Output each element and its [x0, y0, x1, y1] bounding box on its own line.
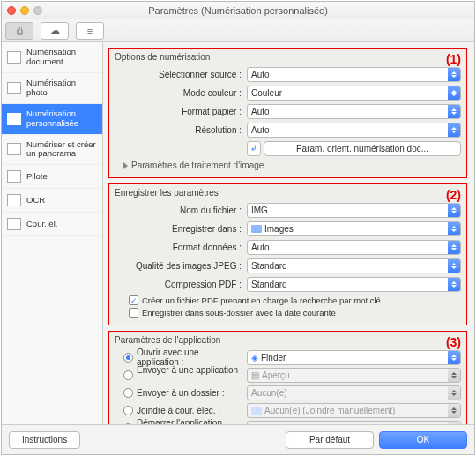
sidebar-item-document[interactable]: Numérisation document	[2, 42, 102, 73]
chevron-updown-icon	[448, 105, 460, 118]
footer: Instructions Par défaut OK	[2, 424, 474, 454]
panorama-icon	[7, 143, 21, 155]
jpeg-select[interactable]: Standard	[247, 258, 461, 273]
radio-email[interactable]	[123, 406, 133, 415]
format-label: Format données :	[115, 243, 247, 252]
resolution-label: Résolution :	[115, 125, 247, 135]
chevron-updown-icon	[448, 241, 460, 254]
orientation-button[interactable]: Param. orient. numérisation doc...	[264, 141, 461, 156]
sidebar-item-label: Numériser et créer un panorama	[26, 140, 97, 160]
chevron-updown-icon	[448, 204, 460, 217]
group-title: Options de numérisation	[115, 52, 461, 62]
group-number: (2)	[446, 188, 461, 202]
pdf-searchable-checkbox-row[interactable]: ✓Créer un fichier PDF prenant en charge …	[129, 295, 461, 305]
email-icon	[7, 218, 21, 230]
photo-icon	[7, 82, 21, 94]
open-app-select[interactable]: ◈Finder	[247, 350, 461, 365]
orientation-icon-button[interactable]: ↲	[247, 141, 261, 156]
toolbar-tab-upload[interactable]: ☁	[41, 22, 69, 40]
radio-open-app[interactable]	[123, 353, 133, 363]
custom-icon	[7, 113, 21, 125]
checkbox-icon	[129, 308, 138, 318]
chevron-updown-icon	[448, 86, 460, 100]
chevron-updown-icon	[448, 259, 460, 273]
chevron-updown-icon	[448, 386, 460, 400]
ok-button[interactable]: OK	[379, 431, 467, 449]
chevron-updown-icon	[448, 68, 460, 81]
sidebar-item-photo[interactable]: Numérisation photo	[2, 73, 102, 104]
sidebar-item-label: Numérisation document	[26, 48, 97, 67]
chevron-updown-icon	[448, 351, 460, 364]
document-icon	[7, 51, 21, 64]
email-select: Aucun(e) (Joindre manuellement)	[247, 403, 461, 418]
savein-select[interactable]: Images	[247, 221, 461, 236]
ocr-icon	[7, 194, 21, 206]
group-title: Enregistrer les paramètres	[115, 188, 461, 198]
send-app-select: ▤Aperçu	[247, 368, 461, 383]
text-icon: ▭	[251, 423, 259, 425]
filename-combo[interactable]: IMG	[247, 203, 461, 218]
toolbar-tab-scan[interactable]: ⎙	[5, 22, 33, 40]
send-folder-select: Aucun(e)	[247, 385, 461, 400]
resolution-select[interactable]: Auto	[247, 123, 461, 138]
chevron-updown-icon	[448, 422, 460, 425]
pdf-label: Compression PDF :	[115, 280, 247, 289]
chevron-updown-icon	[448, 123, 460, 137]
app-settings-group: Paramètres de l'application (3) Ouvrir a…	[108, 331, 467, 424]
toolbar-tab-settings[interactable]: ≡	[76, 22, 104, 40]
radio-send-app[interactable]	[123, 370, 133, 380]
source-select[interactable]: Auto	[247, 67, 461, 82]
pdf-select[interactable]: Standard	[247, 277, 461, 292]
chevron-updown-icon	[448, 404, 460, 417]
triangle-right-icon	[123, 162, 128, 169]
sidebar: Numérisation document Numérisation photo…	[2, 42, 103, 424]
sidebar-item-label: Cour. él.	[26, 220, 57, 229]
sidebar-item-custom[interactable]: Numérisation personnalisée	[2, 104, 102, 135]
colormode-select[interactable]: Couleur	[247, 86, 461, 101]
sidebar-item-email[interactable]: Cour. él.	[2, 213, 102, 236]
folder-icon	[251, 225, 262, 233]
source-label: Sélectionner source :	[115, 70, 247, 79]
chevron-updown-icon	[448, 369, 460, 382]
chevron-updown-icon	[448, 222, 460, 235]
colormode-label: Mode couleur :	[115, 88, 247, 98]
chevron-updown-icon	[448, 278, 460, 291]
paper-select[interactable]: Auto	[247, 104, 461, 119]
sidebar-item-label: Numérisation photo	[26, 78, 97, 98]
group-number: (3)	[446, 335, 461, 349]
main-panel: Options de numérisation (1) Sélectionner…	[103, 42, 474, 424]
sidebar-item-label: Numérisation personnalisée	[26, 109, 97, 129]
sidebar-item-label: OCR	[26, 196, 45, 206]
savein-label: Enregistrer dans :	[115, 224, 247, 234]
checkbox-checked-icon: ✓	[129, 295, 138, 305]
jpeg-label: Qualité des images JPEG :	[115, 261, 247, 271]
driver-icon	[7, 170, 21, 183]
preview-icon: ▤	[251, 370, 259, 380]
instructions-button[interactable]: Instructions	[9, 431, 80, 449]
scan-options-group: Options de numérisation (1) Sélectionner…	[108, 48, 467, 178]
image-processing-disclose[interactable]: Paramètres de traitement d'image	[123, 161, 461, 170]
sidebar-item-ocr[interactable]: OCR	[2, 189, 102, 213]
finder-icon: ◈	[251, 353, 258, 363]
group-title: Paramètres de l'application	[115, 335, 461, 345]
sidebar-item-driver[interactable]: Pilote	[2, 165, 102, 189]
folder-icon	[251, 407, 262, 415]
format-select[interactable]: Auto	[247, 240, 461, 255]
toolbar: ⎙ ☁ ≡	[2, 19, 474, 42]
ocr-select: ▭Sortie au format texte	[247, 421, 461, 425]
titlebar: Paramètres (Numérisation personnalisée)	[2, 2, 474, 19]
save-settings-group: Enregistrer les paramètres (2) Nom du fi…	[108, 183, 467, 325]
group-number: (1)	[446, 52, 461, 66]
sidebar-item-label: Pilote	[26, 172, 48, 182]
defaults-button[interactable]: Par défaut	[286, 431, 374, 449]
window-title: Paramètres (Numérisation personnalisée)	[2, 5, 474, 16]
paper-label: Format papier :	[115, 107, 247, 116]
filename-label: Nom du fichier :	[115, 206, 247, 215]
subfolder-date-checkbox-row[interactable]: Enregistrer dans sous-dossier avec la da…	[129, 308, 461, 318]
radio-send-folder[interactable]	[123, 388, 133, 398]
settings-window: Paramètres (Numérisation personnalisée) …	[1, 1, 475, 455]
sidebar-item-panorama[interactable]: Numériser et créer un panorama	[2, 135, 102, 166]
radio-ocr[interactable]	[123, 423, 133, 425]
